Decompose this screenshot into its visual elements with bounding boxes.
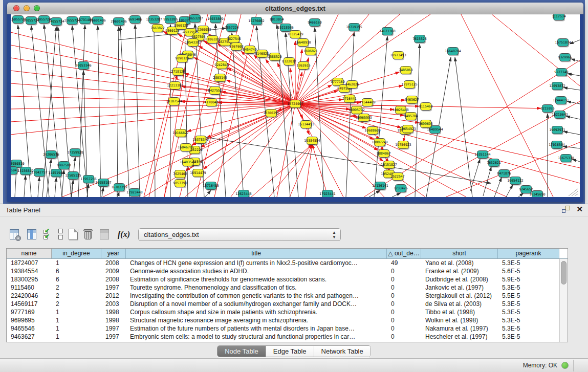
column-header-out_de[interactable]: △ out_de… [387,249,421,258]
column-header-year[interactable]: year [101,249,126,258]
graph-node[interactable]: 9115460 [419,103,432,112]
graph-node[interactable]: 16210643 [552,111,568,120]
graph-node[interactable]: 19692971 [549,126,565,135]
tab-edge-table[interactable]: Edge Table [266,346,314,357]
graph-node[interactable]: 16640910 [295,39,311,48]
graph-node[interactable]: 10973493 [390,52,406,60]
graph-node[interactable]: 16151827 [381,161,397,170]
graph-node[interactable]: 17957256 [80,176,96,184]
graph-node[interactable]: 2367608 [229,43,243,52]
graph-node[interactable]: 11451940 [48,169,64,178]
graph-node[interactable]: 19384554 [304,137,320,146]
table-row[interactable]: 1456911722003Disruption of a novel membe… [7,300,559,308]
graph-node[interactable]: 2522547 [390,173,404,182]
graph-node[interactable]: 10719155 [346,24,362,32]
graph-node[interactable]: 16691406 [90,17,105,26]
graph-node[interactable]: 16403544 [180,159,195,167]
column-header-title[interactable]: title [126,249,387,258]
table-row[interactable]: 911546021997Tourette syndrome. Phenomeno… [7,283,559,292]
graph-node[interactable]: 2718126 [171,68,185,77]
graph-node[interactable]: 15351144 [474,151,490,160]
table-row[interactable]: 977716911998Corpus callosum shape and si… [7,308,559,316]
table-row[interactable]: 946362711997Embryonic stem cells: a mode… [7,333,559,341]
row-height-icon[interactable] [58,228,63,240]
graph-node[interactable]: 19756923 [395,141,411,150]
graph-node[interactable]: 9242848 [214,61,228,70]
vertical-scrollbar[interactable] [559,259,568,342]
graph-node[interactable]: 8215955 [540,105,554,114]
column-header-in_degree[interactable]: in_degree [52,249,101,258]
graph-node[interactable]: 12444151 [553,97,569,105]
graph-node[interactable]: 1696821 [303,48,317,56]
graph-node[interactable]: 8471876 [497,170,511,179]
graph-node[interactable]: 9884067 [377,150,390,159]
graph-node[interactable]: 12975125 [401,81,417,90]
graph-node[interactable]: 7663822 [150,25,164,33]
graph-node[interactable]: 16046786 [178,144,193,152]
graph-node[interactable]: 10688609 [364,127,380,136]
citation-network-graph[interactable]: 1505572018055724905572414055724116557241… [11,14,580,197]
graph-node[interactable]: 9699695 [419,120,432,129]
table-row[interactable]: 1872400712008Changes of HCN gene express… [7,259,559,267]
graph-node[interactable]: 11544469 [359,99,375,107]
graph-node[interactable]: 8813054 [270,16,284,25]
graph-node[interactable]: 1362615 [296,62,310,71]
graph-node[interactable]: 15276002 [248,17,264,26]
graph-node[interactable]: 12353287 [146,16,162,25]
graph-node[interactable]: 9463627 [405,96,419,105]
graph-node[interactable]: 14055724 [48,18,64,27]
scrollbar-thumb[interactable] [561,261,567,285]
column-header-pagerank[interactable]: pagerank [498,249,559,258]
column-header-name[interactable]: name [7,249,52,258]
network-window-titlebar[interactable]: citations_edges.txt [7,3,583,14]
delete-column-icon[interactable] [83,228,93,240]
graph-node[interactable]: 12505135 [65,172,81,181]
graph-node[interactable]: 18107544 [166,98,182,106]
graph-node[interactable]: 4170041 [204,99,218,107]
graph-node[interactable]: 8322037 [282,58,296,67]
graph-node[interactable]: 20691406 [111,18,126,27]
graph-node[interactable]: 10543382 [185,39,201,48]
graph-node[interactable]: 7615526 [412,35,426,44]
graph-node[interactable]: 15134451 [298,121,314,129]
graph-node[interactable]: 1117534 [552,14,565,21]
table-row[interactable]: 1830029562008Estimation of significance … [7,275,559,283]
graph-node[interactable]: 15716485 [203,182,219,191]
table-row[interactable]: 1938455462009Genome-wide association stu… [7,267,559,275]
graph-node[interactable]: 18807249 [372,139,387,147]
graph-node[interactable]: 17923441 [319,190,335,198]
graph-node[interactable]: 16033809 [207,15,223,24]
create-column-icon[interactable] [69,229,78,240]
graph-node[interactable]: 9227149 [554,69,568,77]
tab-node-table[interactable]: Node Table [217,346,266,357]
graph-node[interactable]: 10325419 [287,31,303,39]
table-row[interactable]: 2242004622012Investigating the contribut… [7,292,559,300]
graph-node[interactable]: 16648784 [445,48,461,56]
graph-node[interactable]: 16782759 [111,184,127,192]
network-canvas[interactable]: 1505572018055724905572414055724116557241… [11,14,580,197]
graph-node[interactable]: 17016504 [549,141,564,150]
tab-network-table[interactable]: Network Table [314,346,371,357]
float-panel-icon[interactable] [562,206,570,213]
graph-node[interactable]: 1588520 [268,53,281,62]
graph-node[interactable]: 18995792 [349,106,364,115]
graph-node[interactable]: 9953287 [163,16,177,25]
graph-node[interactable]: 16914479 [190,169,206,178]
graph-node[interactable]: 7485063 [399,67,412,75]
graph-node[interactable]: 14671368 [379,28,395,36]
table-mode-icon[interactable] [8,229,20,240]
canvas-resize-grip-icon[interactable] [569,189,578,196]
memory-ok-indicator[interactable] [561,362,569,369]
table-row[interactable]: 946554611997Estimation of the future num… [7,324,559,333]
graph-node[interactable]: 15751074 [555,39,571,48]
graph-node[interactable]: 12623448 [235,190,251,198]
select-columns-icon[interactable]: ✔ ✔ [43,228,53,240]
graph-node[interactable]: 11675338 [558,155,574,163]
graph-node[interactable]: 17359928 [67,149,83,158]
column-header-short[interactable]: short [421,249,498,258]
graph-node[interactable]: 2803144 [213,74,227,83]
graph-node[interactable]: 12093872 [549,82,565,91]
table-selector-dropdown[interactable]: citations_edges.txt ▲▼ [138,228,341,241]
graph-node[interactable]: 20053346 [75,62,91,71]
graph-node[interactable]: 15378340 [192,136,208,145]
